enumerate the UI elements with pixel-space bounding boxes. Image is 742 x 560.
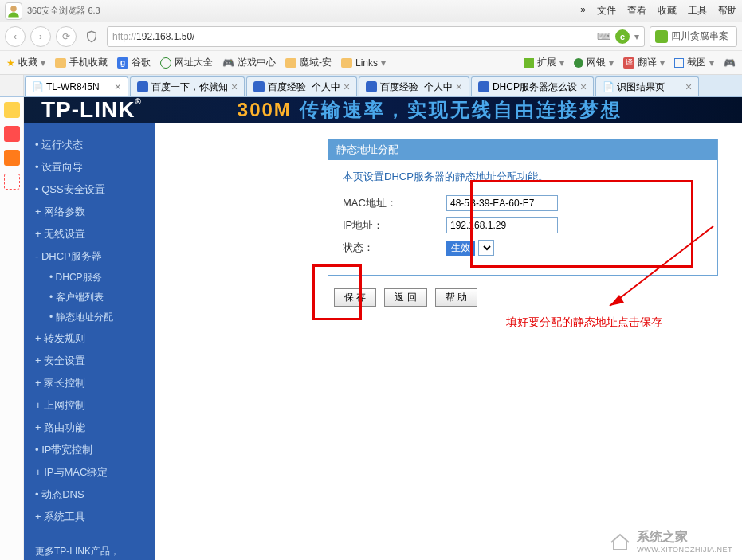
address-row: ‹ › ⟳ http://192.168.1.50/ ⌨ e ▾ 四川贪腐串案: [0, 22, 742, 51]
browser-titlebar: 360安全浏览器 6.3 » 文件 查看 收藏 工具 帮助: [0, 0, 742, 22]
close-icon[interactable]: ×: [685, 80, 692, 93]
nav-ddns[interactable]: • 动态DNS: [24, 484, 155, 506]
browser-title: 360安全浏览器 6.3: [27, 5, 100, 17]
nav-routing[interactable]: + 路由功能: [24, 417, 155, 439]
ext-button[interactable]: 扩展▾: [524, 56, 564, 69]
help-button[interactable]: 帮 助: [435, 288, 477, 307]
bm-moyu[interactable]: 魔域-安: [285, 56, 332, 69]
nav-forward[interactable]: + 转发规则: [24, 327, 155, 350]
tab-5[interactable]: 📄识图结果页×: [595, 76, 699, 96]
watermark: 系统之家 WWW.XITONGZHIJIA.NET: [608, 529, 732, 554]
bm-label: 魔域-安: [300, 56, 332, 69]
favorites-button[interactable]: ★ 收藏 ▾: [6, 56, 45, 69]
quick-star-icon[interactable]: [4, 102, 20, 118]
nav-bandwidth[interactable]: • IP带宽控制: [24, 439, 155, 461]
address-bar[interactable]: http://192.168.1.50/ ⌨ e ▾: [107, 26, 645, 47]
nav-access[interactable]: + 上网控制: [24, 394, 155, 417]
nav-more[interactable]: 更多TP-LINK产品， 请点击查看 >>: [24, 528, 155, 560]
nav-label: 上网控制: [44, 399, 85, 411]
url-prefix: http://: [112, 31, 136, 42]
tab-2[interactable]: 百度经验_个人中×: [246, 76, 357, 96]
bank-button[interactable]: 网银▾: [574, 56, 614, 69]
bm-mobile[interactable]: 手机收藏: [55, 56, 108, 69]
nav-qss[interactable]: • QSS安全设置: [24, 178, 155, 201]
tab-4[interactable]: DHCP服务器怎么设×: [471, 76, 594, 96]
nav-dhcp-service[interactable]: • DHCP服务: [24, 268, 155, 288]
bm-label: 网址大全: [175, 56, 213, 69]
bm-label: 谷歌: [132, 56, 151, 69]
status-label: 状态：: [343, 241, 446, 255]
nav-system[interactable]: + 系统工具: [24, 506, 155, 528]
user-avatar-icon[interactable]: [5, 2, 22, 20]
reload-button[interactable]: ⟳: [56, 26, 77, 47]
quick-at-icon[interactable]: [4, 174, 20, 190]
folder-icon: [55, 58, 66, 68]
annotation-box-save: [312, 264, 362, 320]
nav-network[interactable]: + 网络参数: [24, 201, 155, 223]
logo-text: TP-LINK: [41, 97, 135, 122]
svg-line-1: [610, 226, 713, 306]
nav-label: DHCP服务: [56, 272, 102, 283]
tab-0[interactable]: 📄TL-WR845N×: [25, 76, 128, 96]
nav-dhcp-static[interactable]: • 静态地址分配: [24, 307, 155, 327]
close-icon[interactable]: ×: [580, 80, 587, 93]
nav-dhcp-clients[interactable]: • 客户端列表: [24, 288, 155, 307]
quick-weibo-icon[interactable]: [4, 150, 20, 166]
nav-label: 网络参数: [44, 206, 85, 217]
router-body: • 运行状态 • 设置向导 • QSS安全设置 + 网络参数 + 无线设置 - …: [24, 123, 742, 560]
nav-label: IP带宽控制: [41, 444, 92, 456]
screenshot-button[interactable]: 截图▾: [674, 56, 714, 69]
tab-1[interactable]: 百度一下，你就知×: [130, 76, 245, 96]
banner-300m: 300M: [238, 99, 292, 120]
tplink-logo: TP-LINK®: [41, 97, 142, 123]
search-box[interactable]: 四川贪腐串案: [650, 26, 737, 47]
tab-3[interactable]: 百度经验_个人中×: [359, 76, 469, 96]
baidu-icon: [366, 81, 377, 92]
bm-sites[interactable]: 网址大全: [160, 56, 213, 69]
bm-games[interactable]: 🎮游戏中心: [222, 56, 276, 69]
bm-links[interactable]: Links▾: [341, 57, 386, 69]
page-icon: 📄: [603, 81, 614, 92]
close-icon[interactable]: ×: [344, 80, 350, 93]
nav-dhcp[interactable]: - DHCP服务器: [24, 245, 155, 268]
nav-label: 家长控制: [44, 377, 85, 389]
quick-bag-icon[interactable]: [4, 126, 20, 142]
bm-google[interactable]: g谷歌: [117, 56, 151, 69]
sidebar-strip-top: [0, 75, 24, 96]
menu-view[interactable]: 查看: [627, 4, 646, 18]
nav-status[interactable]: • 运行状态: [24, 134, 155, 156]
star-icon: ★: [6, 57, 15, 69]
bank-icon: [574, 58, 583, 68]
folder-icon: [341, 58, 352, 68]
menu-fav[interactable]: 收藏: [658, 4, 677, 18]
game-icon[interactable]: 🎮: [724, 57, 736, 69]
tab-label: 识图结果页: [617, 80, 665, 94]
nav-parent[interactable]: + 家长控制: [24, 372, 155, 394]
back-button[interactable]: ‹: [5, 26, 26, 47]
translate-button[interactable]: 译翻译▾: [623, 56, 665, 69]
nav-label: 客户端列表: [56, 292, 104, 303]
nav-wireless[interactable]: + 无线设置: [24, 223, 155, 245]
annotation-text: 填好要分配的静态地址点击保存: [506, 315, 662, 330]
close-icon[interactable]: ×: [456, 80, 462, 93]
menu-file[interactable]: 文件: [597, 4, 616, 18]
keyboard-icon[interactable]: ⌨: [597, 31, 610, 42]
close-icon[interactable]: ×: [115, 80, 121, 93]
shield-icon[interactable]: [81, 26, 102, 47]
dropdown-icon[interactable]: ▾: [634, 31, 639, 42]
globe-icon: [160, 57, 171, 69]
annotation-arrow-icon: [586, 218, 721, 314]
nav-ipmac[interactable]: + IP与MAC绑定: [24, 461, 155, 484]
tab-row: 📄TL-WR845N× 百度一下，你就知× 百度经验_个人中× 百度经验_个人中…: [0, 75, 742, 97]
nav-security[interactable]: + 安全设置: [24, 350, 155, 372]
menu-tools[interactable]: 工具: [688, 4, 707, 18]
forward-button[interactable]: ›: [30, 26, 51, 47]
tab-label: DHCP服务器怎么设: [493, 80, 577, 94]
nav-wizard[interactable]: • 设置向导: [24, 156, 155, 178]
back-button[interactable]: 返 回: [384, 288, 426, 307]
menu-help[interactable]: 帮助: [718, 4, 737, 18]
screenshot-icon: [674, 58, 684, 68]
close-icon[interactable]: ×: [231, 80, 238, 93]
compat-e-icon[interactable]: e: [615, 29, 630, 44]
bm-label: 游戏中心: [238, 56, 276, 69]
